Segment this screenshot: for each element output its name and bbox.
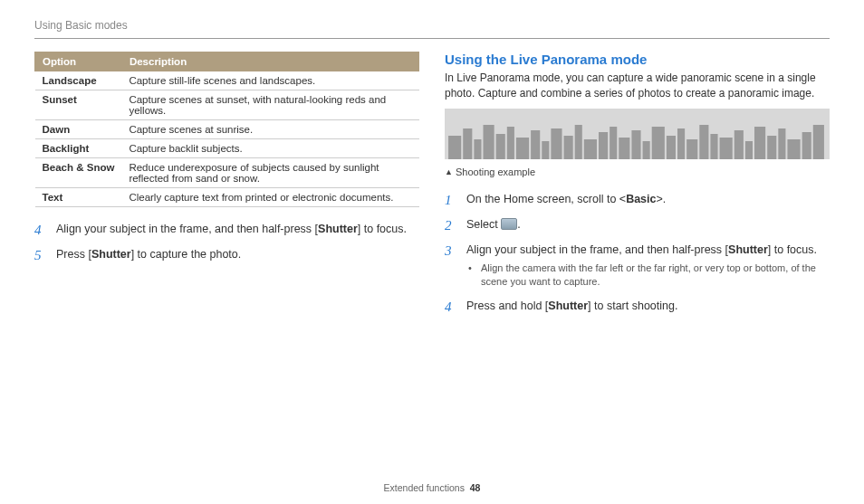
panorama-mode-icon [501,218,517,230]
triangle-up-icon: ▲ [445,167,453,176]
svg-rect-27 [745,141,753,159]
step-text: Align your subject in the frame, and the… [466,242,830,290]
options-table: Option Description LandscapeCapture stil… [34,52,419,207]
left-column: Option Description LandscapeCapture stil… [34,52,419,324]
page-number: 48 [470,482,481,493]
right-column: Using the Live Panorama mode In Live Pan… [445,52,830,324]
svg-rect-20 [667,136,676,159]
step-4: 4 Press and hold [Shutter] to start shoo… [445,299,830,315]
svg-rect-23 [699,125,708,159]
panorama-illustration [445,109,830,159]
footer-section: Extended functions [384,482,465,493]
svg-rect-11 [564,136,573,159]
illustration-caption: ▲ Shooting example [445,166,830,177]
svg-rect-12 [575,125,582,159]
th-description: Description [121,52,418,71]
step-number: 5 [34,247,47,263]
svg-rect-2 [463,128,472,159]
step-number: 4 [34,222,47,238]
svg-rect-28 [754,127,765,159]
page-footer: Extended functions 48 [0,482,864,493]
svg-rect-26 [734,130,744,159]
svg-rect-8 [531,130,540,159]
table-row: LandscapeCapture still-life scenes and l… [35,71,419,90]
svg-rect-16 [619,138,629,159]
page-header: Using Basic modes [34,16,830,39]
svg-rect-6 [507,127,514,159]
svg-rect-5 [496,134,505,159]
svg-rect-22 [686,139,697,159]
svg-rect-24 [710,134,717,159]
svg-rect-3 [474,139,481,159]
step-1: 1 On the Home screen, scroll to <Basic>. [445,192,830,208]
svg-rect-14 [599,132,608,159]
step-number: 2 [445,217,457,233]
step-text: Select . [466,217,830,233]
step-number: 3 [445,242,457,290]
section-title: Using the Live Panorama mode [445,52,830,67]
svg-rect-18 [643,141,650,159]
step-sub-bullet: •Align the camera with the far left or t… [466,262,830,290]
th-option: Option [35,52,122,71]
step-2: 2 Select . [445,217,830,233]
table-row: BacklightCapture backlit subjects. [35,139,419,158]
svg-rect-30 [778,128,785,159]
table-row: DawnCapture scenes at sunrise. [35,120,419,139]
svg-rect-29 [767,136,776,159]
step-text: Press and hold [Shutter] to start shooti… [466,299,830,315]
step-3: 3 Align your subject in the frame, and t… [445,242,830,290]
step-text: On the Home screen, scroll to <Basic>. [466,192,830,208]
table-row: Beach & SnowReduce underexposure of subj… [35,158,419,188]
svg-rect-33 [813,125,824,159]
svg-rect-15 [610,127,617,159]
svg-rect-13 [584,139,597,159]
step-number: 4 [445,299,457,315]
breadcrumb: Using Basic modes [34,19,128,32]
svg-rect-7 [516,138,529,159]
step-text: Align your subject in the frame, and the… [56,222,419,238]
svg-rect-25 [720,138,733,159]
table-row: SunsetCapture scenes at sunset, with nat… [35,90,419,120]
svg-rect-32 [802,132,811,159]
svg-rect-4 [484,125,494,159]
section-intro: In Live Panorama mode, you can capture a… [445,71,830,101]
svg-rect-17 [631,130,640,159]
svg-rect-31 [787,139,800,159]
step-4: 4 Align your subject in the frame, and t… [34,222,419,238]
table-row: TextClearly capture text from printed or… [35,188,419,207]
step-number: 1 [445,192,457,208]
svg-rect-10 [551,128,562,159]
svg-rect-21 [677,128,685,159]
step-5: 5 Press [Shutter] to capture the photo. [34,247,419,263]
svg-rect-9 [542,141,549,159]
svg-rect-1 [448,136,461,159]
step-text: Press [Shutter] to capture the photo. [56,247,419,263]
svg-rect-19 [652,127,665,159]
